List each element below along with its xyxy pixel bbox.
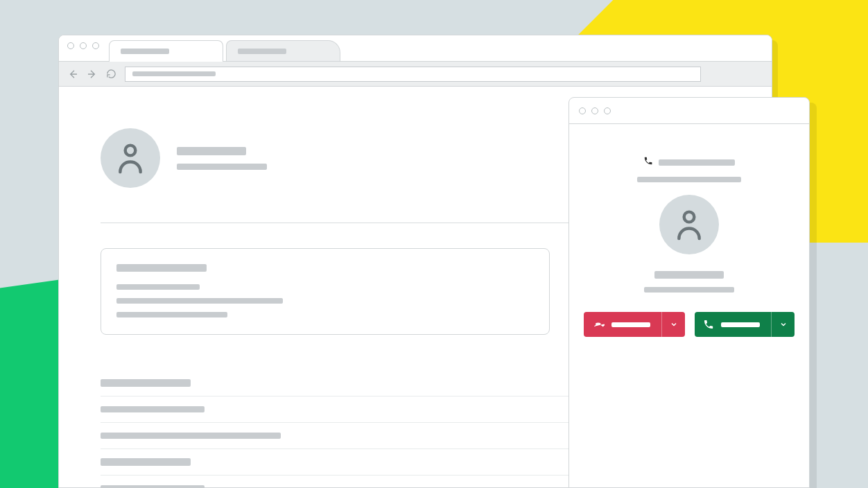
back-icon[interactable]	[67, 69, 78, 80]
list-text	[101, 406, 205, 412]
window-close-dot[interactable]	[579, 107, 586, 114]
call-window-header	[569, 98, 809, 124]
browser-tab-active[interactable]	[109, 40, 223, 62]
svg-point-0	[125, 146, 136, 156]
accept-main[interactable]	[695, 312, 771, 337]
window-maximize-dot[interactable]	[92, 42, 99, 49]
call-window	[568, 97, 810, 488]
list-text	[101, 379, 191, 387]
card-1	[101, 248, 550, 335]
incoming-number	[643, 156, 735, 168]
contact-name	[654, 271, 724, 279]
url-bar[interactable]	[125, 67, 701, 82]
hangup-icon	[592, 318, 605, 331]
call-body	[569, 124, 809, 337]
accept-dropdown[interactable]	[771, 312, 795, 337]
accept-label	[721, 322, 760, 327]
avatar-icon	[659, 195, 719, 254]
avatar-icon	[101, 128, 160, 188]
chevron-down-icon	[670, 320, 678, 329]
card-line	[116, 284, 200, 290]
card-line	[116, 298, 283, 304]
browser-tabstrip	[59, 35, 772, 62]
svg-point-1	[684, 212, 695, 223]
phone-label	[659, 159, 735, 166]
phone-icon	[643, 156, 653, 168]
card-title	[116, 264, 207, 272]
chevron-down-icon	[779, 320, 788, 329]
tab-label	[121, 49, 169, 54]
reload-icon[interactable]	[106, 69, 116, 79]
decline-button[interactable]	[584, 312, 685, 337]
window-traffic-lights[interactable]	[67, 35, 99, 61]
contact-sub	[644, 287, 734, 293]
phone-sub	[637, 177, 741, 182]
profile-subtitle	[177, 164, 267, 170]
phone-icon	[703, 319, 714, 330]
list-text	[101, 433, 281, 439]
decline-dropdown[interactable]	[661, 312, 685, 337]
window-maximize-dot[interactable]	[604, 107, 611, 114]
browser-toolbar	[59, 62, 772, 87]
window-close-dot[interactable]	[67, 42, 74, 49]
tab-label	[238, 49, 286, 54]
decline-main[interactable]	[584, 312, 661, 337]
window-minimize-dot[interactable]	[80, 42, 87, 49]
card-line	[116, 312, 227, 317]
call-actions	[584, 312, 795, 337]
window-minimize-dot[interactable]	[591, 107, 598, 114]
list-text	[101, 485, 205, 488]
url-text	[132, 71, 216, 76]
list-text	[101, 458, 191, 466]
decline-label	[611, 322, 650, 327]
accept-button[interactable]	[695, 312, 795, 337]
profile-name	[177, 147, 246, 155]
forward-icon[interactable]	[87, 69, 98, 80]
browser-tab-inactive[interactable]	[226, 40, 340, 61]
